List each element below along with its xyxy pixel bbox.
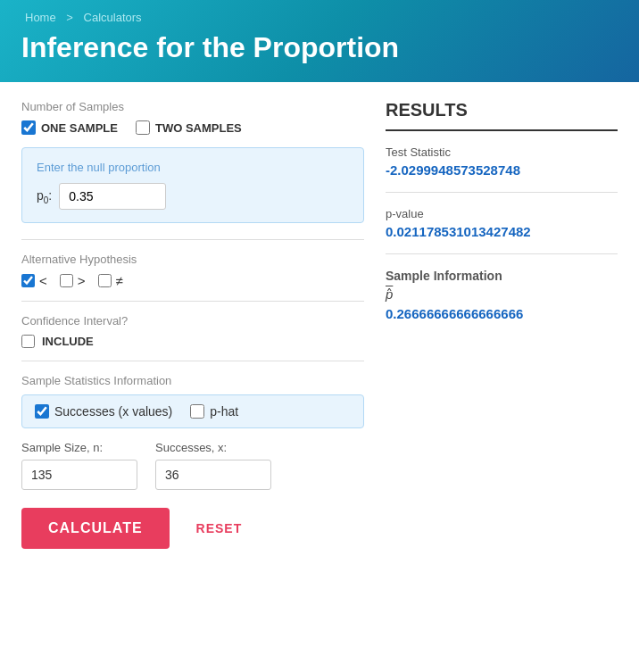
- two-samples-label[interactable]: TWO SAMPLES: [155, 121, 242, 135]
- samples-label: Number of Samples: [21, 100, 364, 113]
- conf-include-label[interactable]: INCLUDE: [42, 335, 94, 348]
- successes-x-group: Successes, x:: [155, 441, 271, 490]
- divider-2: [21, 301, 364, 302]
- one-sample-option[interactable]: ONE SAMPLE: [21, 120, 118, 135]
- breadcrumb-home[interactable]: Home: [25, 11, 56, 24]
- p0-row: p0:: [37, 183, 349, 210]
- breadcrumb: Home > Calculators: [21, 11, 618, 24]
- alt-hyp-label: Alternative Hypothesis: [21, 253, 364, 266]
- test-stat-block: Test Statistic -2.0299948573528748: [386, 145, 618, 193]
- divider-1: [21, 239, 364, 240]
- successes-checkbox[interactable]: [35, 404, 49, 419]
- hyp-less-symbol: <: [39, 273, 47, 288]
- buttons-row: CALCULATE RESET: [21, 508, 364, 549]
- null-proportion-box: Enter the null proportion p0:: [21, 147, 364, 223]
- sample-size-group: Sample Size, n:: [21, 441, 137, 490]
- hyp-neq-option[interactable]: ≠: [98, 273, 123, 288]
- one-sample-label[interactable]: ONE SAMPLE: [41, 121, 118, 135]
- right-panel: RESULTS Test Statistic -2.02999485735287…: [386, 100, 618, 549]
- sample-info-block: Sample Information p̂ 0.2666666666666666…: [386, 269, 618, 336]
- hyp-greater-option[interactable]: >: [60, 273, 86, 288]
- breadcrumb-separator: >: [66, 11, 73, 24]
- pvalue-label: p-value: [386, 207, 618, 220]
- conf-section: Confidence Interval? INCLUDE: [21, 314, 364, 348]
- stats-toggle-row: Successes (x values) p-hat: [21, 394, 364, 428]
- test-stat-value: -2.0299948573528748: [386, 162, 618, 178]
- calculate-button[interactable]: CALCULATE: [21, 508, 170, 549]
- two-samples-option[interactable]: TWO SAMPLES: [136, 120, 242, 135]
- phat-checkbox[interactable]: [190, 404, 204, 419]
- successes-x-label: Successes, x:: [155, 441, 271, 454]
- p-hat-value: 0.26666666666666666: [386, 306, 618, 321]
- sample-info-label: Sample Information: [386, 269, 618, 283]
- two-samples-checkbox[interactable]: [136, 120, 150, 135]
- header: Home > Calculators Inference for the Pro…: [0, 0, 639, 82]
- stats-label: Sample Statistics Information: [21, 374, 364, 387]
- hyp-less-option[interactable]: <: [21, 273, 47, 288]
- hyp-neq-symbol: ≠: [116, 273, 123, 288]
- successes-label[interactable]: Successes (x values): [54, 404, 172, 419]
- test-stat-label: Test Statistic: [386, 145, 618, 159]
- reset-button[interactable]: RESET: [196, 521, 243, 535]
- stats-section: Sample Statistics Information Successes …: [21, 374, 364, 490]
- left-panel: Number of Samples ONE SAMPLE TWO SAMPLES…: [21, 100, 364, 549]
- hyp-greater-checkbox[interactable]: [60, 274, 73, 287]
- sample-size-input[interactable]: [21, 460, 137, 490]
- pvalue-block: p-value 0.021178531013427482: [386, 207, 618, 254]
- pvalue-value: 0.021178531013427482: [386, 224, 618, 239]
- phat-label[interactable]: p-hat: [210, 404, 238, 419]
- p0-input[interactable]: [59, 183, 166, 210]
- conf-row: INCLUDE: [21, 335, 364, 348]
- sample-size-label: Sample Size, n:: [21, 441, 137, 454]
- conf-label: Confidence Interval?: [21, 314, 364, 328]
- p-hat-symbol: p̂: [386, 286, 618, 303]
- hyp-neq-checkbox[interactable]: [98, 274, 112, 287]
- results-title: RESULTS: [386, 100, 618, 131]
- hyp-greater-symbol: >: [78, 273, 86, 288]
- alt-hyp-section: Alternative Hypothesis < > ≠: [21, 253, 364, 288]
- fields-row: Sample Size, n: Successes, x:: [21, 441, 364, 490]
- one-sample-checkbox[interactable]: [21, 120, 36, 135]
- null-proportion-label: Enter the null proportion: [37, 161, 349, 174]
- hyp-less-checkbox[interactable]: [21, 274, 35, 287]
- main-container: Number of Samples ONE SAMPLE TWO SAMPLES…: [0, 82, 639, 567]
- successes-x-input[interactable]: [155, 460, 271, 490]
- successes-option[interactable]: Successes (x values): [35, 404, 172, 419]
- phat-option[interactable]: p-hat: [190, 404, 238, 419]
- p0-label: p0:: [37, 188, 52, 205]
- samples-row: ONE SAMPLE TWO SAMPLES: [21, 120, 364, 135]
- breadcrumb-current[interactable]: Calculators: [84, 11, 142, 24]
- page-title: Inference for the Proportion: [21, 31, 618, 64]
- divider-3: [21, 361, 364, 361]
- alt-hyp-row: < > ≠: [21, 273, 364, 288]
- conf-include-checkbox[interactable]: [21, 335, 35, 348]
